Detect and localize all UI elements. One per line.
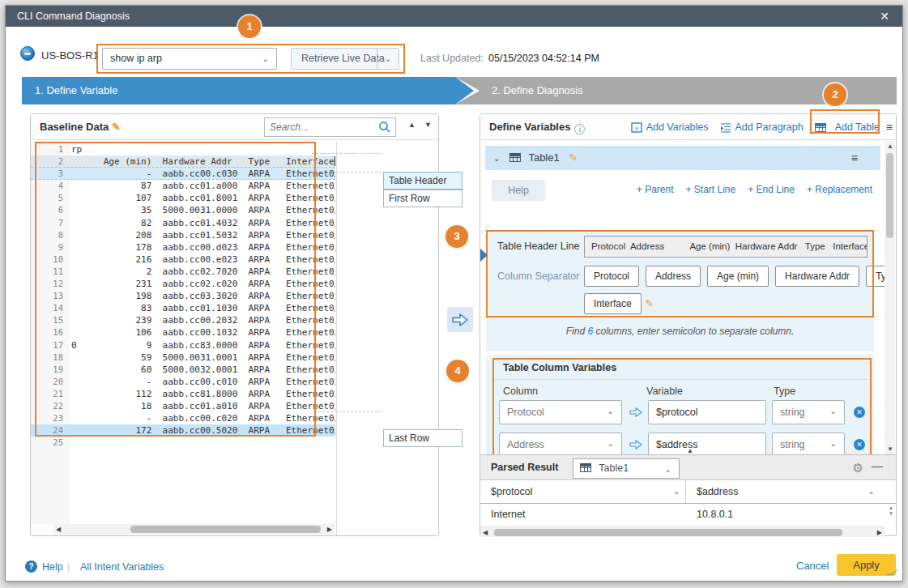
table1-edit-pencil-icon[interactable]: ✎	[569, 151, 578, 164]
code-line: 25	[31, 437, 335, 449]
annotation-box-4	[492, 358, 872, 454]
dialog-title: CLI Command Diagnosis	[17, 11, 130, 22]
parsed-result-label: Parsed Result	[491, 462, 558, 473]
define-variables-title: Define Variablesi	[489, 121, 585, 134]
baseline-title: Baseline Data ✎	[40, 121, 121, 133]
search-icon[interactable]	[378, 121, 391, 137]
table1-menu-icon[interactable]: ≡	[851, 146, 858, 170]
tab-arrow-icon	[455, 77, 474, 104]
device-name: US-BOS-R1	[41, 49, 99, 62]
search-box	[264, 117, 396, 137]
retrieve-live-data-button[interactable]: Retrieve Live Data ⌄	[291, 48, 399, 70]
add-replacement-link[interactable]: + Replacement	[807, 184, 872, 195]
badge-1: 1	[238, 15, 261, 38]
scroll-left-icon[interactable]: ◀	[56, 526, 61, 533]
table-icon	[509, 153, 521, 162]
add-parent-link[interactable]: + Parent	[637, 184, 674, 195]
vscroll-thumb[interactable]	[886, 153, 893, 238]
tab-define-variable[interactable]: 1. Define Variable	[22, 77, 455, 104]
table-header-marker[interactable]: Table Header	[383, 172, 463, 190]
last-updated-label: Last Updated:	[420, 53, 484, 64]
device-icon	[20, 46, 35, 61]
result-horizontal-scrollbar[interactable]: ◀ ▶	[480, 526, 885, 537]
search-input[interactable]	[270, 120, 371, 134]
protocol-cell: Internet	[491, 509, 525, 520]
help-button[interactable]: Help	[492, 180, 545, 201]
chevron-down-icon: ⌄	[665, 459, 671, 479]
add-variables-button[interactable]: x Add Variables	[631, 121, 709, 133]
panel-menu-icon[interactable]: ≡	[886, 121, 893, 134]
retrieve-dropdown-chevron[interactable]: ⌄	[377, 49, 399, 69]
add-start-line-link[interactable]: + Start Line	[686, 184, 736, 195]
chevron-down-icon: ⌄	[868, 487, 875, 496]
annotation-box-baseline	[35, 142, 316, 437]
protocol-column-header[interactable]: $protocol	[491, 480, 673, 504]
info-icon[interactable]: i	[574, 124, 585, 134]
transfer-arrow-button[interactable]	[447, 307, 473, 332]
add-variables-icon: x	[631, 122, 642, 133]
badge-2: 2	[824, 83, 846, 106]
address-column-header[interactable]: $address	[697, 480, 859, 504]
add-paragraph-icon	[720, 122, 731, 133]
search-next-button[interactable]: ▼	[424, 121, 432, 129]
result-hscroll-thumb[interactable]	[494, 529, 842, 536]
collapse-minus-icon[interactable]: —	[872, 459, 883, 472]
scroll-right-icon[interactable]: ▶	[877, 529, 882, 536]
chevron-down-icon: ⌄	[673, 487, 680, 496]
variables-scroll-area: ⌄ Table1 ✎ ≡ Help + Parent + Start Line …	[480, 141, 885, 454]
right-arrow-icon	[452, 313, 468, 326]
baseline-header: Baseline Data ✎ ▲ ▼	[31, 114, 438, 140]
editor-hscroll-thumb[interactable]	[130, 526, 321, 533]
gear-icon[interactable]: ⚙	[853, 461, 863, 475]
text-caret	[335, 156, 335, 166]
scroll-up-icon[interactable]: ▲	[887, 143, 893, 150]
parsed-result-table-select[interactable]: Table1 ⌄	[573, 458, 680, 479]
cancel-button[interactable]: Cancel	[796, 560, 829, 572]
scroll-left-icon[interactable]: ◀	[483, 529, 488, 536]
badge-4: 4	[446, 360, 469, 382]
annotation-box-2	[810, 109, 880, 134]
scroll-right-icon[interactable]: ▶	[327, 526, 332, 533]
resize-handle[interactable]: ▲	[684, 448, 696, 454]
editor-horizontal-scrollbar[interactable]: ◀ ▶	[53, 524, 335, 535]
parsed-result-row: Internet 10.8.0.1	[480, 504, 885, 526]
connector-last-row	[314, 411, 382, 412]
footer-separator: |	[67, 561, 70, 573]
section-pointer-icon	[480, 249, 488, 262]
last-updated-value: 05/15/2023 04:52:14 PM	[488, 53, 599, 64]
cli-command-diagnosis-dialog: CLI Command Diagnosis ✕ US-BOS-R1 show i…	[5, 5, 903, 582]
scroll-down-icon[interactable]: ▼	[887, 445, 893, 453]
footer-help-link[interactable]: Help	[42, 561, 63, 573]
chevron-down-icon: ⌄	[262, 49, 269, 69]
add-end-line-link[interactable]: + End Line	[748, 184, 795, 195]
all-intent-variables-link[interactable]: All Intent Variables	[80, 561, 164, 573]
table1-header-row[interactable]: ⌄ Table1 ✎ ≡	[485, 146, 880, 170]
marker-column: Table Header First Row Last Row	[336, 141, 438, 535]
table1-name: Table1	[528, 151, 559, 164]
connector-table-header	[312, 153, 382, 154]
annotation-box-3	[486, 230, 874, 317]
edit-pencil-icon[interactable]: ✎	[112, 121, 121, 133]
plus-links: + Parent + Start Line + End Line + Repla…	[637, 184, 872, 195]
result-mini-scrollbar[interactable]: ▲▼	[889, 505, 893, 517]
variables-vertical-scrollbar[interactable]: ▲ ▼	[885, 141, 895, 454]
apply-button[interactable]: Apply	[837, 554, 896, 576]
address-cell: 10.8.0.1	[697, 509, 733, 520]
tab-define-diagnosis[interactable]: 2. Define Diagnosis	[492, 77, 583, 104]
column-divider	[685, 480, 686, 503]
step-tabbar: 1. Define Variable 2. Define Diagnosis	[22, 77, 897, 104]
help-icon[interactable]: ?	[25, 560, 37, 573]
badge-3: 3	[445, 225, 468, 248]
line-number: 25	[31, 437, 63, 449]
collapse-chevron-icon[interactable]: ⌄	[493, 154, 500, 163]
last-row-marker[interactable]: Last Row	[383, 429, 463, 447]
add-paragraph-button[interactable]: Add Paragraph	[720, 121, 804, 133]
search-prev-button[interactable]: ▲	[408, 121, 416, 129]
connector-first-row	[330, 172, 382, 173]
svg-text:x: x	[635, 124, 638, 131]
command-select[interactable]: show ip arp ⌄	[102, 48, 277, 70]
parsed-result-bar: Parsed Result Table1 ⌄ ⚙ —	[480, 454, 896, 480]
close-icon[interactable]: ✕	[876, 6, 893, 27]
dialog-titlebar: CLI Command Diagnosis ✕	[6, 6, 902, 27]
first-row-marker[interactable]: First Row	[383, 190, 463, 207]
